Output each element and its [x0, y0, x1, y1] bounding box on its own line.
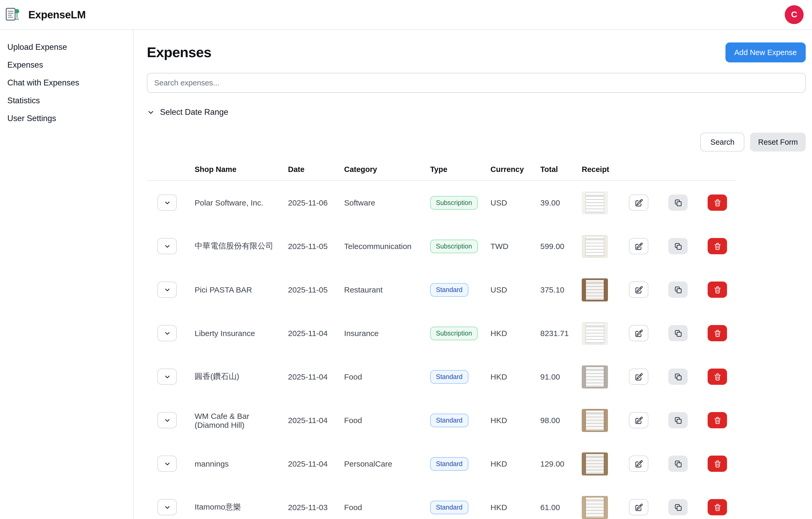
- delete-button[interactable]: [707, 238, 727, 254]
- expense-date: 2025-11-04: [288, 416, 344, 425]
- table-row: 中華電信股份有限公司 2025-11-05 Telecommunication …: [147, 224, 736, 268]
- type-badge: Standard: [430, 283, 468, 297]
- edit-button[interactable]: [629, 412, 648, 428]
- expand-row-button[interactable]: [157, 412, 177, 428]
- edit-button[interactable]: [629, 369, 648, 385]
- copy-button[interactable]: [668, 499, 688, 515]
- sidebar-item-upload-expense[interactable]: Upload Expense: [0, 38, 133, 56]
- receipt-image: [586, 497, 604, 517]
- receipt-thumbnail[interactable]: [582, 322, 608, 345]
- copy-icon: [674, 199, 682, 207]
- expense-total: 61.00: [540, 503, 582, 512]
- edit-button[interactable]: [629, 238, 648, 254]
- shop-name: 圓香(鑽石山): [195, 372, 288, 381]
- add-new-expense-button[interactable]: Add New Expense: [725, 42, 806, 62]
- edit-button[interactable]: [629, 456, 648, 472]
- receipt-image: [586, 323, 604, 343]
- shop-name: 中華電信股份有限公司: [195, 241, 288, 251]
- copy-button[interactable]: [668, 369, 688, 385]
- edit-button[interactable]: [629, 194, 648, 211]
- date-range-toggle[interactable]: Select Date Range: [147, 108, 228, 117]
- pencil-square-icon: [634, 285, 643, 294]
- expense-currency: HKD: [490, 372, 540, 381]
- expand-row-button[interactable]: [157, 499, 177, 515]
- expenses-table: Shop Name Date Category Type Currency To…: [147, 165, 736, 519]
- shop-name: Itamomo意樂: [195, 502, 288, 512]
- receipt-thumbnail[interactable]: [582, 409, 608, 432]
- receipt-thumbnail[interactable]: [582, 365, 608, 388]
- copy-icon: [674, 416, 682, 424]
- type-badge: Subscription: [430, 196, 478, 209]
- expense-total: 39.00: [540, 198, 582, 207]
- type-badge: Subscription: [430, 326, 478, 340]
- expense-total: 599.00: [540, 242, 582, 251]
- expense-total: 375.10: [540, 285, 582, 294]
- page-title: Expenses: [147, 44, 211, 61]
- receipt-image: [586, 236, 604, 256]
- copy-button[interactable]: [668, 456, 688, 472]
- sidebar-item-chat-with-expenses[interactable]: Chat with Expenses: [0, 74, 133, 92]
- expand-row-button[interactable]: [157, 238, 177, 254]
- copy-button[interactable]: [668, 325, 688, 341]
- trash-icon: [713, 459, 722, 468]
- delete-button[interactable]: [707, 412, 727, 428]
- expense-date: 2025-11-05: [288, 285, 344, 294]
- expense-date: 2025-11-06: [288, 198, 344, 207]
- copy-button[interactable]: [668, 412, 688, 428]
- expense-currency: HKD: [490, 503, 540, 512]
- copy-button[interactable]: [668, 194, 688, 211]
- search-button[interactable]: Search: [700, 133, 745, 152]
- edit-button[interactable]: [629, 281, 648, 298]
- receipt-thumbnail[interactable]: [582, 496, 608, 519]
- trash-icon: [713, 242, 722, 250]
- receipt-image: [586, 367, 604, 387]
- expense-date: 2025-11-05: [288, 242, 344, 251]
- delete-button[interactable]: [707, 194, 727, 211]
- copy-button[interactable]: [668, 281, 688, 298]
- copy-icon: [674, 372, 682, 381]
- delete-button[interactable]: [707, 281, 727, 298]
- receipt-thumbnail[interactable]: [582, 278, 608, 301]
- expense-currency: USD: [490, 198, 540, 207]
- table-header-receipt: Receipt: [582, 165, 629, 174]
- app-window: ExpenseLM C Upload Expense Expenses Chat…: [0, 0, 812, 519]
- delete-button[interactable]: [707, 456, 727, 472]
- copy-icon: [674, 242, 682, 250]
- table-header-total: Total: [540, 165, 582, 174]
- edit-button[interactable]: [629, 325, 648, 341]
- pencil-square-icon: [634, 329, 643, 337]
- table-row: WM Cafe & Bar (Diamond Hill) 2025-11-04 …: [147, 398, 736, 442]
- table-row: Liberty Insurance 2025-11-04 Insurance S…: [147, 311, 736, 355]
- type-badge: Subscription: [430, 239, 478, 253]
- copy-button[interactable]: [668, 238, 688, 254]
- reset-form-button[interactable]: Reset Form: [750, 133, 806, 152]
- expand-row-button[interactable]: [157, 281, 177, 298]
- receipt-image: [586, 193, 604, 213]
- receipt-thumbnail[interactable]: [582, 452, 608, 475]
- expense-category: Insurance: [344, 329, 430, 338]
- search-expenses-input[interactable]: [147, 73, 806, 93]
- delete-button[interactable]: [707, 499, 727, 515]
- copy-icon: [674, 503, 682, 511]
- sidebar-item-user-settings[interactable]: User Settings: [0, 110, 133, 127]
- delete-button[interactable]: [707, 325, 727, 341]
- shop-name: Polar Software, Inc.: [195, 198, 288, 207]
- receipt-thumbnail[interactable]: [582, 235, 608, 258]
- main-content: Expenses Add New Expense Select Date Ran…: [134, 30, 812, 519]
- user-avatar[interactable]: C: [785, 5, 804, 24]
- sidebar-item-expenses[interactable]: Expenses: [0, 56, 133, 74]
- sidebar-item-statistics[interactable]: Statistics: [0, 92, 133, 110]
- edit-button[interactable]: [629, 499, 648, 515]
- delete-button[interactable]: [707, 369, 727, 385]
- receipt-image: [586, 280, 604, 300]
- expense-category: Software: [344, 198, 430, 207]
- sidebar: Upload Expense Expenses Chat with Expens…: [0, 30, 134, 519]
- expand-row-button[interactable]: [157, 369, 177, 385]
- chevron-down-icon: [147, 108, 155, 116]
- expand-row-button[interactable]: [157, 325, 177, 341]
- expense-category: Telecommunication: [344, 242, 430, 251]
- expand-row-button[interactable]: [157, 194, 177, 211]
- expand-row-button[interactable]: [157, 456, 177, 472]
- expense-date: 2025-11-04: [288, 329, 344, 338]
- receipt-thumbnail[interactable]: [582, 191, 608, 214]
